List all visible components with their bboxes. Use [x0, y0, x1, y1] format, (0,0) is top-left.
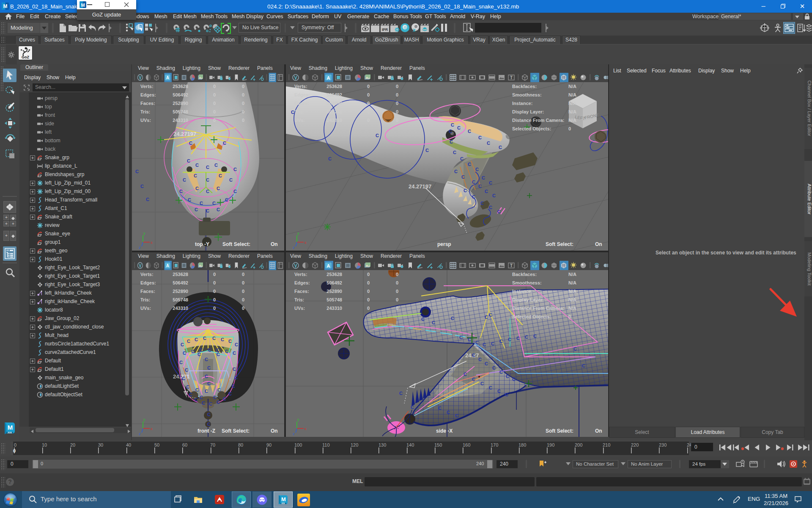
svg-text:C: C	[207, 422, 211, 427]
svg-text:C: C	[512, 377, 516, 382]
svg-text:0: 0	[396, 272, 398, 277]
svg-text:C: C	[189, 392, 192, 397]
svg-text:C: C	[206, 189, 209, 194]
svg-text:0: 0	[367, 92, 370, 97]
svg-text:GoZ: GoZ	[22, 55, 29, 59]
svg-text:y: y	[297, 231, 299, 235]
svg-text:C: C	[328, 156, 332, 161]
svg-text:24.271: 24.271	[173, 373, 190, 380]
svg-text:N/A: N/A	[568, 306, 576, 311]
svg-text:Backfaces:: Backfaces:	[512, 272, 537, 277]
svg-text:z: z	[139, 246, 141, 250]
svg-text:C: C	[234, 375, 238, 380]
svg-text:A: A	[166, 263, 169, 268]
svg-text:Smoothness:: Smoothness:	[512, 92, 542, 97]
svg-text:y: y	[143, 231, 145, 235]
svg-text:C: C	[223, 396, 226, 401]
svg-text:Faces:: Faces:	[140, 289, 155, 294]
svg-text:C: C	[232, 384, 235, 389]
svg-text:Soft Select:: Soft Select:	[222, 428, 250, 434]
svg-text:Smoothness:: Smoothness:	[512, 280, 542, 285]
svg-text:C: C	[206, 208, 209, 213]
svg-text:C: C	[468, 129, 471, 134]
svg-text:C: C	[195, 337, 198, 342]
svg-text:C: C	[492, 193, 496, 198]
svg-text:252890: 252890	[326, 101, 342, 106]
svg-text:0: 0	[367, 109, 370, 114]
svg-text:Faces:: Faces:	[294, 289, 309, 294]
svg-text:0: 0	[242, 101, 244, 106]
svg-text:front -Z: front -Z	[198, 428, 215, 434]
svg-text:On: On	[271, 241, 278, 247]
svg-text:0: 0	[242, 84, 244, 89]
svg-text:C: C	[411, 405, 414, 410]
svg-text:IPR: IPR	[382, 28, 388, 32]
svg-text:243310: 243310	[326, 118, 342, 123]
svg-text:C: C	[223, 141, 226, 146]
svg-text:C: C	[483, 342, 486, 347]
svg-text:UVs:: UVs:	[140, 306, 151, 311]
svg-text:0: 0	[367, 101, 370, 106]
svg-text:x: x	[151, 427, 153, 431]
svg-text:C: C	[188, 197, 191, 202]
svg-text:C: C	[217, 186, 220, 191]
svg-text:C: C	[185, 367, 188, 373]
svg-text:0: 0	[396, 118, 398, 123]
svg-text:C: C	[376, 133, 379, 138]
svg-text:C: C	[459, 335, 463, 340]
svg-text:C: C	[195, 397, 198, 402]
svg-text:C: C	[464, 188, 467, 193]
svg-text:M: M	[8, 424, 13, 431]
svg-text:C: C	[489, 180, 492, 185]
svg-text:C: C	[202, 400, 205, 406]
svg-text:On: On	[595, 428, 602, 434]
svg-text:0: 0	[568, 126, 571, 131]
svg-text:Backfaces:: Backfaces:	[512, 84, 537, 89]
svg-text:505748: 505748	[326, 297, 342, 302]
svg-text:C: C	[475, 167, 479, 172]
svg-text:Tris:: Tris:	[140, 297, 150, 302]
svg-text:C: C	[229, 177, 233, 182]
svg-text:UVs:: UVs:	[294, 118, 305, 123]
svg-text:C: C	[489, 205, 492, 210]
svg-text:Instance:: Instance:	[512, 101, 532, 106]
svg-text:AYA: AYA	[8, 431, 12, 434]
svg-text:C: C	[200, 201, 203, 206]
svg-text:C: C	[221, 337, 224, 342]
svg-text:Faces:: Faces:	[294, 101, 309, 106]
svg-text:C: C	[205, 389, 208, 394]
svg-text:0: 0	[242, 280, 244, 285]
svg-text:C: C	[182, 376, 185, 381]
svg-text:C: C	[219, 173, 222, 178]
svg-text:C: C	[217, 352, 220, 357]
svg-text:Edges:: Edges:	[140, 280, 156, 285]
svg-text:C: C	[460, 156, 464, 161]
svg-text:0: 0	[367, 289, 370, 294]
svg-text:24.27197: 24.27197	[409, 183, 431, 190]
svg-text:C: C	[200, 395, 203, 400]
svg-text:C: C	[135, 169, 139, 174]
svg-text:C: C	[499, 339, 503, 344]
svg-text:C: C	[203, 336, 206, 341]
svg-text:C: C	[451, 316, 454, 321]
svg-text:506492: 506492	[326, 280, 342, 285]
svg-text:On: On	[595, 241, 602, 247]
svg-text:C: C	[480, 381, 484, 386]
svg-text:C: C	[140, 184, 144, 189]
svg-text:C: C	[505, 392, 508, 397]
svg-text:z: z	[293, 432, 295, 436]
svg-text:C: C	[228, 339, 232, 344]
svg-text:C: C	[207, 381, 211, 386]
svg-text:M: M	[81, 3, 85, 8]
svg-text:N/A: N/A	[568, 84, 576, 89]
svg-text:C: C	[468, 162, 471, 167]
svg-text:C: C	[491, 341, 494, 346]
svg-text:Edges:: Edges:	[294, 280, 310, 285]
svg-text:C: C	[485, 189, 488, 194]
svg-text:505748: 505748	[173, 297, 188, 302]
svg-text:C: C	[525, 334, 528, 340]
svg-text:0: 0	[396, 84, 398, 89]
svg-text:C: C	[461, 174, 465, 179]
svg-text:C: C	[472, 194, 475, 199]
svg-text:Tris:: Tris:	[294, 109, 304, 114]
